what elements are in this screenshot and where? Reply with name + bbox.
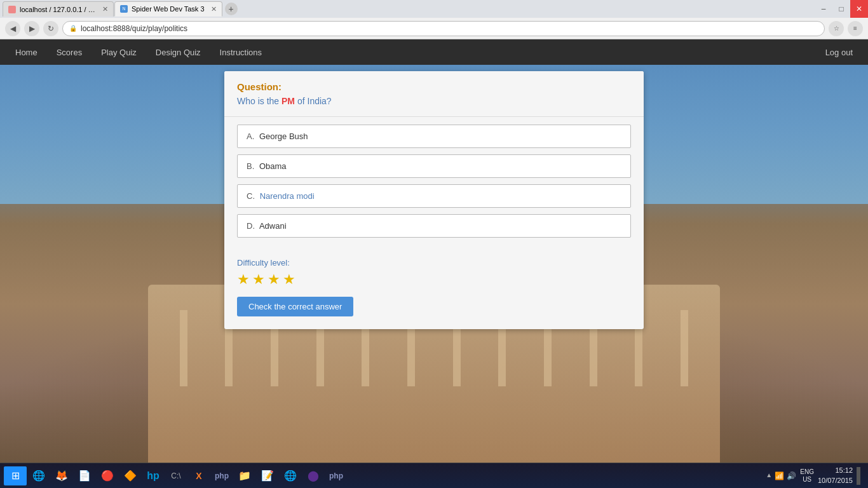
option-c[interactable]: C. Narendra modi: [237, 184, 631, 208]
forward-button[interactable]: ▶: [24, 21, 39, 36]
nav-home[interactable]: Home: [6, 44, 46, 61]
menu-button[interactable]: ≡: [848, 21, 863, 36]
option-a-text: George Bush: [259, 132, 308, 141]
nav-instructions[interactable]: Instructions: [211, 44, 271, 61]
taskbar-php2-icon[interactable]: php: [325, 466, 347, 485]
tray-expand[interactable]: ▲: [766, 471, 772, 480]
new-tab-button[interactable]: +: [225, 3, 238, 15]
nav-scores[interactable]: Scores: [48, 44, 91, 61]
quiz-card: Question: Who is the PM of India? A. Geo…: [224, 71, 644, 329]
tab2-favicon: N: [120, 5, 128, 13]
nav-play-quiz[interactable]: Play Quiz: [92, 44, 146, 61]
start-button[interactable]: ⊞: [4, 466, 27, 485]
tab1-favicon: [8, 6, 16, 13]
tray-volume-icon[interactable]: 🔊: [787, 471, 796, 480]
bookmark-button[interactable]: ☆: [829, 21, 844, 36]
browser-title-bar: localhost / 127.0.0.1 / siv... ✕ N Spide…: [0, 0, 868, 18]
option-d-letter: D.: [247, 221, 255, 231]
taskbar-language: ENG US: [800, 468, 814, 484]
window-controls: – □ ✕: [815, 0, 868, 18]
logout-button[interactable]: Log out: [817, 44, 862, 61]
address-url: localhost:8888/quiz/play/politics: [81, 24, 187, 33]
taskbar-ie-icon[interactable]: 🌐: [28, 466, 50, 485]
star-4: ★: [283, 271, 295, 288]
clock-time: 15:12: [818, 466, 853, 475]
difficulty-section: Difficulty level: ★ ★ ★ ★: [224, 252, 644, 288]
question-label-highlight: Question:: [237, 81, 281, 92]
tab2-label: Spider Web Dev Task 3: [132, 5, 205, 13]
tab1-close[interactable]: ✕: [102, 5, 108, 13]
taskbar-xampp-icon[interactable]: X: [188, 466, 210, 485]
nav-design-quiz[interactable]: Design Quiz: [147, 44, 210, 61]
taskbar: ⊞ 🌐 🦊 📄 🔴 🔶 hp C:\ X php 📁 📝 🌐 ⬤ php: [0, 463, 868, 488]
reload-button[interactable]: ↻: [43, 21, 58, 36]
main-navbar: Home Scores Play Quiz Design Quiz Instru…: [0, 39, 868, 65]
star-2: ★: [252, 271, 265, 288]
maximize-button[interactable]: □: [832, 0, 850, 18]
star-1: ★: [237, 271, 250, 288]
option-c-text: Narendra modi: [260, 191, 315, 201]
option-d[interactable]: D. Adwani: [237, 214, 631, 238]
browser-tab-2[interactable]: N Spider Web Dev Task 3 ✕: [114, 1, 222, 17]
question-section: Question: Who is the PM of India?: [224, 71, 644, 117]
star-3: ★: [268, 271, 280, 288]
clock-date: 10/07/2015: [818, 476, 853, 485]
check-answer-button[interactable]: Check the correct answer: [237, 297, 353, 316]
browser-chrome: localhost / 127.0.0.1 / siv... ✕ N Spide…: [0, 0, 868, 39]
taskbar-php-icon[interactable]: php: [211, 466, 233, 485]
address-bar[interactable]: 🔒 localhost:8888/quiz/play/politics: [62, 21, 825, 36]
minimize-button[interactable]: –: [815, 0, 832, 18]
browser-tab-1[interactable]: localhost / 127.0.0.1 / siv... ✕: [3, 1, 114, 17]
question-text: Who is the PM of India?: [237, 96, 631, 106]
taskbar-terminal-icon[interactable]: C:\: [165, 466, 187, 485]
question-label: Question:: [237, 81, 631, 92]
nav-items: Home Scores Play Quiz Design Quiz Instru…: [6, 44, 817, 61]
lang-eng: ENG: [800, 468, 814, 476]
option-b-letter: B.: [247, 161, 254, 171]
option-b[interactable]: B. Obama: [237, 154, 631, 178]
option-a[interactable]: A. George Bush: [237, 125, 631, 148]
taskbar-firefox2-icon[interactable]: 🔴: [97, 466, 118, 485]
taskbar-vlc-icon[interactable]: 🔶: [119, 466, 141, 485]
taskbar-notepad-icon[interactable]: 📝: [257, 466, 278, 485]
taskbar-circle-icon[interactable]: ⬤: [302, 466, 324, 485]
back-button[interactable]: ◀: [5, 21, 20, 36]
difficulty-label: Difficulty level:: [237, 258, 631, 268]
taskbar-show-desktop[interactable]: [857, 467, 860, 485]
question-prefix: Who is the: [237, 96, 281, 106]
difficulty-stars: ★ ★ ★ ★: [237, 271, 631, 288]
taskbar-right: ▲ 📶 🔊 ENG US 15:12 10/07/2015: [766, 466, 864, 485]
taskbar-folder-icon[interactable]: 📁: [234, 466, 255, 485]
address-lock-icon: 🔒: [69, 25, 77, 32]
pm-highlight: PM: [281, 96, 295, 106]
answers-section: A. George Bush B. Obama C. Narendra modi…: [224, 117, 644, 252]
taskbar-hp-icon[interactable]: hp: [142, 466, 164, 485]
taskbar-firefox-icon[interactable]: 🦊: [51, 466, 72, 485]
address-bar-row: ◀ ▶ ↻ 🔒 localhost:8888/quiz/play/politic…: [0, 18, 868, 39]
tab2-close[interactable]: ✕: [211, 5, 217, 13]
taskbar-sys-tray: ▲ 📶 🔊: [766, 471, 796, 480]
question-suffix: of India?: [295, 96, 332, 106]
lang-us: US: [800, 476, 814, 484]
option-d-text: Adwani: [259, 221, 287, 231]
tray-network-icon: 📶: [775, 471, 784, 480]
taskbar-files-icon[interactable]: 📄: [74, 466, 95, 485]
main-content: Question: Who is the PM of India? A. Geo…: [0, 65, 868, 463]
taskbar-chrome-icon[interactable]: 🌐: [280, 466, 301, 485]
option-a-letter: A.: [247, 132, 254, 141]
taskbar-clock[interactable]: 15:12 10/07/2015: [818, 466, 853, 485]
option-b-text: Obama: [259, 161, 287, 171]
option-c-letter: C.: [247, 191, 255, 201]
close-button[interactable]: ✕: [850, 0, 868, 18]
tab1-label: localhost / 127.0.0.1 / siv...: [20, 6, 96, 13]
